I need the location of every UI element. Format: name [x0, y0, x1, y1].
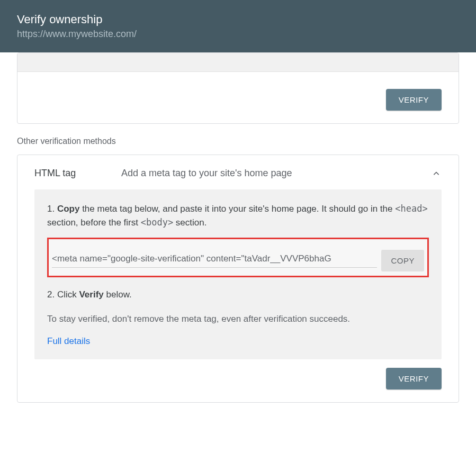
- previous-method-panel-tail: [17, 53, 459, 72]
- section-label: Other verification methods: [17, 137, 459, 146]
- html-tag-method-card: HTML tag Add a meta tag to your site's h…: [17, 155, 459, 403]
- verify-button[interactable]: VERIFY: [386, 89, 442, 111]
- method-name: HTML tag: [34, 168, 109, 179]
- step-1: 1. Copy the meta tag below, and paste it…: [47, 202, 429, 229]
- previous-method-card: VERIFY: [17, 52, 459, 124]
- meta-tag-input[interactable]: <meta name="google-site-verification" co…: [52, 253, 377, 268]
- card-actions: VERIFY: [34, 359, 442, 389]
- instructions-panel: 1. Copy the meta tag below, and paste it…: [34, 189, 442, 359]
- step-1-bold: Copy: [57, 204, 80, 214]
- method-description: Add a meta tag to your site's home page: [121, 168, 418, 179]
- meta-tag-highlight-box: <meta name="google-site-verification" co…: [47, 238, 429, 277]
- step-2: 2. Click Verify below.: [47, 288, 429, 302]
- card-actions: VERIFY: [34, 80, 442, 111]
- chevron-up-icon: [431, 168, 442, 179]
- dialog-header: Verify ownership https://www.mywebsite.c…: [0, 0, 476, 52]
- dialog-content: VERIFY Other verification methods HTML t…: [0, 52, 476, 420]
- copy-button[interactable]: COPY: [381, 250, 424, 271]
- method-header[interactable]: HTML tag Add a meta tag to your site's h…: [34, 168, 442, 179]
- code-head: <head>: [395, 203, 427, 214]
- code-body: <body>: [141, 217, 173, 228]
- verify-button[interactable]: VERIFY: [386, 368, 442, 389]
- step-2-prefix: 2. Click: [47, 289, 79, 300]
- persistence-note: To stay verified, don't remove the meta …: [47, 312, 429, 326]
- site-url: https://www.mywebsite.com/: [17, 29, 459, 40]
- step-1-prefix: 1.: [47, 204, 57, 214]
- step-1-text-a: the meta tag below, and paste it into yo…: [79, 204, 395, 214]
- step-2-bold: Verify: [79, 289, 103, 300]
- step-1-text-b: section, before the first: [47, 218, 141, 228]
- full-details-link[interactable]: Full details: [47, 336, 90, 346]
- step-2-suffix: below.: [104, 289, 132, 300]
- page-title: Verify ownership: [17, 13, 459, 26]
- step-1-text-c: section.: [173, 218, 206, 228]
